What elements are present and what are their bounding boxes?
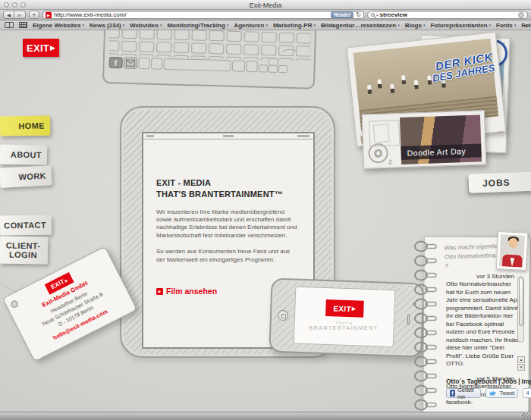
reader-button[interactable]: Reader: [331, 11, 353, 18]
clear-search-icon[interactable]: ✕: [518, 12, 524, 18]
browser-window: { "browser": { "window_title": "Exit-Med…: [0, 0, 531, 420]
new-tab-button[interactable]: +: [29, 11, 39, 19]
card-logo-text: EXIT: [49, 278, 65, 291]
bookmark-item[interactable]: Bildagentur…resentanzen: [321, 22, 400, 29]
search-value[interactable]: streeview: [380, 11, 517, 18]
notepad-scrollbar[interactable]: [517, 276, 524, 343]
facebook-notepad: Was macht eigentlich Otto Normalverbrauc…: [413, 234, 529, 412]
resize-grip-icon[interactable]: [522, 413, 531, 420]
site-logo-arrow-icon: ▶: [50, 44, 55, 52]
bookmark-item[interactable]: Blogs: [405, 22, 426, 29]
doodle-label: Doodle Art Day: [407, 146, 466, 158]
keyboard-sketch: f: [102, 30, 319, 96]
otto-avatar: [496, 231, 529, 271]
frame-doodle-sketch: [369, 120, 400, 146]
scroll-down-icon[interactable]: ▼: [517, 364, 525, 371]
scrollbar-thumb[interactable]: [519, 277, 523, 326]
window-titlebar: Exit-Media: [0, 0, 531, 10]
doodle-polaroid[interactable]: Doodle Art Day O 2: [362, 110, 486, 169]
top-sites-icon[interactable]: [19, 22, 27, 28]
iphone-caption-line2: BRANTERTAINMENT: [309, 325, 379, 331]
bookmark-item[interactable]: Agenturen: [234, 22, 268, 29]
jobs-tab[interactable]: JOBS: [469, 171, 531, 193]
sidebar-item-client-login[interactable]: CLIENT-LOGIN: [0, 236, 48, 264]
iphone-logo-arrow-icon: ▶: [352, 306, 357, 312]
search-icon: [371, 13, 375, 17]
link-ottos-tagebuch[interactable]: Otto´s Tagebuch: [446, 378, 497, 385]
iphone-logo-text: EXIT: [333, 304, 351, 313]
browser-toolbar: ◀ ▶ + ▶ http://www.exit-media.com/ Reade…: [0, 10, 531, 20]
back-icon: ◀: [7, 12, 11, 17]
bookmark-item[interactable]: News (234): [90, 22, 124, 29]
entry-timestamp: vor 3 Stunden: [446, 273, 520, 280]
bookmark-item[interactable]: Monitoring/Tracking: [167, 22, 228, 29]
forward-icon: ▶: [18, 12, 22, 17]
intro-paragraph-2: So werden aus Konsumenten treue Fans und…: [156, 248, 299, 264]
doodle-caption-band: Doodle Art Day: [401, 143, 482, 160]
spiral-rings: [413, 240, 438, 412]
home-button-sketch: [278, 310, 288, 321]
search-input[interactable]: ▾ streeview ✕: [367, 11, 528, 19]
nav-label: CLIENT-LOGIN: [3, 240, 42, 259]
bookmarks-overflow-chevron[interactable]: »: [523, 22, 527, 30]
facebook-like-button[interactable]: f Gefällt mir: [446, 388, 481, 398]
bookmark-item[interactable]: Eigene Websites: [33, 22, 84, 29]
nav-label: HOME: [18, 121, 45, 131]
forward-button[interactable]: ▶: [14, 11, 26, 19]
sidebar-item-contact[interactable]: CONTACT: [0, 215, 52, 235]
window-title: Exit-Media: [0, 2, 531, 9]
tweet-count-badge: 4: [523, 388, 531, 398]
nav-label: ABOUT: [11, 150, 42, 160]
doodle-photo: Doodle Art Day: [400, 114, 482, 165]
bookmarks-bar: Eigene Websites News (234) Webvideo Moni…: [0, 20, 531, 30]
card-hole: [9, 299, 19, 309]
o2-logo-icon: O: [368, 143, 388, 164]
site-favicon-icon: ▶: [46, 12, 52, 18]
facebook-icon: f: [450, 390, 455, 396]
screen-statusbar: [143, 133, 313, 139]
sidebar-item-about[interactable]: ABOUT: [0, 144, 47, 165]
horizontal-scrollbar[interactable]: [0, 412, 531, 420]
earpiece-sketch: [407, 315, 410, 325]
page-title: EXIT - MEDIA THAT'S BRANTERTAINMENT™: [156, 177, 305, 200]
tweet-button[interactable]: Tweet: [485, 388, 518, 398]
back-button[interactable]: ◀: [3, 11, 14, 19]
bookmark-item[interactable]: Fotorepräsentanten: [430, 22, 491, 29]
o2-logo-sub: 2: [388, 158, 392, 165]
iphone-screen: EXIT ▶ THAT'S BRANTERTAINMENT: [294, 287, 396, 348]
link-imprint[interactable]: Imprint: [522, 378, 531, 385]
link-jobs[interactable]: Jobs: [501, 378, 517, 385]
plus-icon: +: [32, 11, 36, 19]
social-buttons: f Gefällt mir Tweet 4: [446, 388, 531, 398]
notepad-footer-links: Otto´s Tagebuch|Jobs|Imprint: [446, 378, 525, 385]
intro-paragraph-1: Wir inszenieren Ihre Marke medienübergre…: [156, 208, 299, 240]
entry-text: Otto Normalverbraucher hat für Euch zum …: [446, 281, 520, 368]
site-logo-text: EXIT: [27, 42, 49, 54]
heading-line1: EXIT - MEDIA: [156, 177, 305, 189]
sidebar-item-home[interactable]: HOME: [0, 115, 50, 136]
scroll-up-icon[interactable]: ▲: [517, 356, 525, 363]
jobs-label: JOBS: [482, 177, 511, 188]
otto-avatar-image: [499, 234, 525, 268]
history-nav-buttons: ◀ ▶: [3, 11, 26, 19]
bookmark-item[interactable]: Fonts: [496, 22, 516, 29]
url-text[interactable]: http://www.exit-media.com/: [54, 11, 328, 18]
bookmark-item[interactable]: Marketing-PR: [273, 22, 316, 29]
sidebar-item-work[interactable]: WORK: [0, 165, 52, 188]
tweet-label: Tweet: [499, 390, 514, 396]
like-label: Gefällt mir: [457, 387, 477, 400]
bookmark-item[interactable]: Webvideo: [130, 22, 162, 29]
site-logo[interactable]: EXIT ▶: [23, 39, 59, 57]
page-content: f EXIT ▶ HOME ABOUT WORK CONTACT CLIENT-…: [0, 30, 531, 412]
feed-entry: vor 3 Stunden Otto Normalverbraucher hat…: [446, 273, 520, 368]
address-bar[interactable]: ▶ http://www.exit-media.com/ Reader ↻: [42, 11, 364, 19]
play-icon: ▶: [156, 288, 163, 295]
refresh-icon[interactable]: ↻: [356, 11, 361, 18]
search-caret-icon[interactable]: ▾: [376, 13, 379, 17]
nav-label: WORK: [18, 171, 46, 182]
bookmarks-sidebar-icon[interactable]: [5, 22, 14, 28]
iphone-sketch: EXIT ▶ THAT'S BRANTERTAINMENT: [269, 278, 424, 358]
nav-label: CONTACT: [4, 221, 46, 230]
twitter-bird-icon: [489, 390, 497, 396]
heading-line2: THAT'S BRANTERTAINMENT™: [156, 189, 305, 200]
